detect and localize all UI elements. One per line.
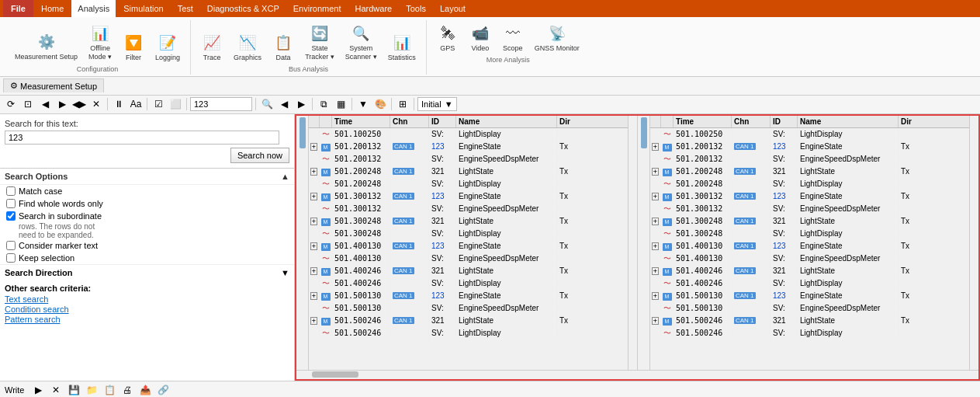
match-case-checkbox[interactable] (6, 186, 16, 196)
expand-icon[interactable]: + (310, 292, 317, 300)
trace-row[interactable]: 〜501.400130SV:EngineSpeedDspMeter (650, 252, 969, 266)
write-btn-7[interactable]: 📤 (137, 382, 153, 397)
trace-row[interactable]: +M501.200132CAN 1123EngineStateTx (309, 141, 628, 153)
toolbar-btn-5[interactable]: ◀▶ (71, 96, 87, 112)
search-now-button[interactable]: Search now (230, 148, 289, 163)
gps-btn[interactable]: 🛰 GPS (433, 20, 462, 54)
expand-icon[interactable]: + (310, 168, 317, 176)
condition-search-link[interactable]: Condition search (5, 305, 289, 314)
th-dir-left[interactable]: Dir (557, 116, 580, 127)
trace-row[interactable]: 〜501.500246SV:LightDisplay (309, 327, 628, 340)
trace-row[interactable]: 〜501.300132SV:EngineSpeedDspMeter (309, 203, 628, 216)
toolbar-btn-3[interactable]: ◀ (37, 96, 53, 112)
expand-icon[interactable]: + (310, 193, 317, 200)
th-chn-right[interactable]: Chn (732, 116, 770, 127)
toolbar-btn-10[interactable]: ⬜ (168, 96, 183, 112)
trace-row[interactable]: 〜501.300248SV:LightDisplay (309, 228, 628, 241)
gnss-monitor-btn[interactable]: 📡 GNSS Monitor (531, 20, 583, 54)
th-time-right[interactable]: Time (674, 116, 732, 127)
file-menu[interactable]: File (3, 0, 33, 17)
expand-icon[interactable]: + (652, 242, 659, 250)
expand-icon[interactable]: + (310, 218, 317, 225)
trace-hscroll[interactable] (296, 370, 978, 379)
trace-row[interactable]: 〜501.300248SV:LightDisplay (650, 228, 969, 241)
trace-btn[interactable]: 📈 Trace (197, 30, 227, 64)
trace-row[interactable]: +M501.300132CAN 1123EngineStateTx (309, 191, 628, 203)
write-btn-1[interactable]: ▶ (30, 382, 46, 397)
scope-btn[interactable]: 〰 Scope (498, 20, 528, 54)
state-tracker-btn[interactable]: 🔄 StateTracker ▾ (301, 20, 338, 64)
th-time-left[interactable]: Time (332, 116, 390, 127)
text-search-link[interactable]: Text search (5, 294, 289, 304)
menu-diagnostics[interactable]: Diagnostics & XCP (201, 0, 286, 17)
expand-icon[interactable]: + (310, 267, 317, 275)
logging-btn[interactable]: 📝 Logging (151, 30, 184, 64)
expand-icon[interactable]: + (652, 143, 659, 151)
trace-row[interactable]: 〜501.200248SV:LightDisplay (650, 178, 969, 191)
pattern-search-link[interactable]: Pattern search (5, 315, 289, 324)
expand-icon[interactable]: + (652, 267, 659, 275)
th-name-right[interactable]: Name (798, 116, 899, 127)
system-scanner-btn[interactable]: 🔍 SystemScanner ▾ (341, 20, 381, 64)
expand-icon[interactable]: + (310, 143, 317, 151)
menu-layout[interactable]: Layout (434, 0, 472, 17)
menu-environment[interactable]: Environment (287, 0, 348, 17)
toolbar-btn-1[interactable]: ⟳ (3, 96, 19, 112)
write-btn-6[interactable]: 🖨 (119, 382, 135, 397)
trace-row[interactable]: 〜501.300132SV:EngineSpeedDspMeter (650, 203, 969, 216)
toolbar-split-btn[interactable]: ⧉ (316, 96, 331, 112)
search-input[interactable] (5, 131, 279, 145)
menu-home[interactable]: Home (35, 0, 70, 17)
trace-left-scrollbar[interactable] (628, 116, 637, 370)
trace-row[interactable]: +M501.300248CAN 1321LightStateTx (650, 216, 969, 228)
offline-mode-btn[interactable]: 📊 OfflineMode ▾ (85, 20, 116, 64)
trace-row[interactable]: +M501.400130CAN 1123EngineStateTx (650, 241, 969, 252)
write-btn-8[interactable]: 🔗 (155, 382, 171, 397)
write-btn-4[interactable]: 📁 (84, 382, 99, 397)
menu-tools[interactable]: Tools (400, 0, 432, 17)
trace-row[interactable]: 〜501.500130SV:EngineSpeedDspMeter (309, 302, 628, 315)
trace-right-scrollbar[interactable] (969, 116, 978, 370)
toolbar-layout-btn[interactable]: ⊞ (395, 96, 410, 112)
menu-simulation[interactable]: Simulation (117, 0, 169, 17)
toolbar-btn-2[interactable]: ⊡ (20, 96, 36, 112)
statistics-btn[interactable]: 📊 Statistics (384, 30, 420, 64)
trace-row[interactable]: +M501.400246CAN 1321LightStateTx (309, 266, 628, 277)
trace-row[interactable]: +M501.400246CAN 1321LightStateTx (650, 266, 969, 277)
toolbar-btn-7[interactable]: ⏸ (111, 96, 126, 112)
menu-hardware[interactable]: Hardware (349, 0, 399, 17)
options-collapse-icon[interactable]: ▲ (281, 172, 289, 181)
trace-row[interactable]: +M501.300248CAN 1321LightStateTx (309, 216, 628, 228)
trace-row[interactable]: 〜501.100250SV:LightDisplay (309, 128, 628, 141)
trace-row[interactable]: 〜501.400246SV:LightDisplay (650, 277, 969, 291)
whole-words-checkbox[interactable] (6, 199, 16, 208)
search-subordinate-checkbox[interactable] (6, 211, 16, 221)
expand-icon[interactable]: + (310, 242, 317, 250)
th-dir-right[interactable]: Dir (899, 116, 922, 127)
trace-row[interactable]: +M501.200248CAN 1321LightStateTx (650, 166, 969, 178)
toolbar-btn-8[interactable]: Aa (128, 96, 144, 112)
trace-row[interactable]: 〜501.400130SV:EngineSpeedDspMeter (309, 252, 628, 266)
menu-test[interactable]: Test (171, 0, 199, 17)
expand-icon[interactable]: + (652, 317, 659, 325)
trace-row[interactable]: 〜501.200132SV:EngineSpeedDspMeter (309, 153, 628, 166)
direction-collapse-icon[interactable]: ▼ (281, 268, 289, 277)
expand-icon[interactable]: + (652, 218, 659, 225)
toolbar-col-btn[interactable]: ▦ (333, 96, 348, 112)
toolbar-btn-9[interactable]: ☑ (151, 96, 166, 112)
graphics-btn[interactable]: 📉 Graphics (230, 30, 265, 64)
toolbar-nav-2[interactable]: ▶ (293, 96, 309, 112)
toolbar-filter-btn[interactable]: ▼ (355, 96, 371, 112)
trace-row[interactable]: +M501.400130CAN 1123EngineStateTx (309, 241, 628, 252)
trace-row[interactable]: +M501.500246CAN 1321LightStateTx (650, 315, 969, 327)
expand-icon[interactable]: + (310, 317, 317, 325)
expand-icon[interactable]: + (652, 292, 659, 300)
keep-selection-checkbox[interactable] (6, 253, 16, 263)
trace-row[interactable]: 〜501.400246SV:LightDisplay (309, 277, 628, 291)
trace-row[interactable]: 〜501.500130SV:EngineSpeedDspMeter (650, 302, 969, 315)
th-name-left[interactable]: Name (456, 116, 557, 127)
write-btn-3[interactable]: 💾 (66, 382, 81, 397)
trace-row[interactable]: +M501.300132CAN 1123EngineStateTx (650, 191, 969, 203)
trace-row[interactable]: 〜501.500246SV:LightDisplay (650, 327, 969, 340)
expand-icon[interactable]: + (652, 168, 659, 176)
